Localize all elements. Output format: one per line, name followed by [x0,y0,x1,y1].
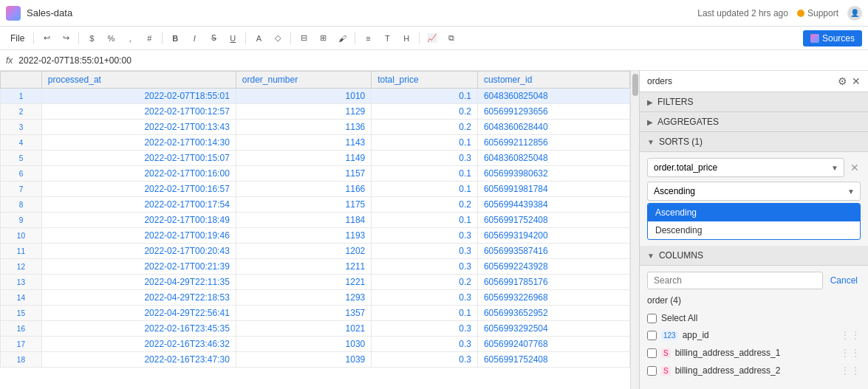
file-menu[interactable]: File [6,32,29,45]
table-cell[interactable]: 1293 [236,290,371,306]
percent-button[interactable]: % [103,30,119,47]
table-cell[interactable]: 0.2 [372,104,478,120]
columns-cancel-button[interactable]: Cancel [827,272,861,289]
table-cell[interactable]: 6048360825048 [477,151,629,166]
table-cell[interactable]: 2022-02-17T00:15:07 [41,151,236,166]
table-cell[interactable]: 6056993194200 [477,228,629,244]
text-size-button[interactable]: T [379,30,395,47]
col-header-customer_id[interactable]: customer_id [477,72,629,89]
table-cell[interactable]: 2022-02-17T00:18:49 [41,213,236,228]
table-cell[interactable]: 1129 [236,104,371,120]
table-cell[interactable]: 2022-02-17T00:17:54 [41,197,236,213]
table-cell[interactable]: 6056993587416 [477,244,629,259]
table-cell[interactable]: 0.3 [372,352,478,368]
table-cell[interactable]: 1211 [236,259,371,275]
comma-button[interactable]: , [122,30,138,47]
table-cell[interactable]: 0.2 [372,120,478,135]
pivot-button[interactable]: ⧉ [443,30,459,47]
table-cell[interactable]: 6056991785176 [477,275,629,290]
undo-button[interactable]: ↩ [38,30,55,47]
heading-button[interactable]: H [398,30,414,47]
col-drag-billing_1[interactable]: ⋮⋮ [840,347,861,359]
columns-search-input[interactable] [647,272,823,289]
italic-button[interactable]: I [186,30,202,47]
sources-button[interactable]: Sources [803,30,862,47]
table-cell[interactable]: 1030 [236,337,371,352]
table-cell[interactable]: 6056992243928 [477,259,629,275]
col-checkbox-billing_2[interactable] [647,366,657,376]
font-color-button[interactable]: A [250,30,267,47]
table-cell[interactable]: 2022-04-29T22:18:53 [41,290,236,306]
table-cell[interactable]: 2022-02-16T23:47:30 [41,352,236,368]
user-avatar[interactable]: 👤 [847,6,862,21]
col-checkbox-billing_1[interactable] [647,348,657,358]
col-drag-app_id[interactable]: ⋮⋮ [840,329,861,341]
table-cell[interactable]: 1184 [236,213,371,228]
table-cell[interactable]: 0.1 [372,135,478,151]
table-cell[interactable]: 2022-02-17T00:21:39 [41,259,236,275]
table-cell[interactable]: 2022-02-07T18:55:01 [41,89,236,104]
table-cell[interactable]: 2022-04-29T22:56:41 [41,306,236,321]
table-cell[interactable]: 1143 [236,135,371,151]
table-cell[interactable]: 6048360825048 [477,89,629,104]
table-cell[interactable]: 0.1 [372,166,478,182]
table-cell[interactable]: 0.1 [372,182,478,197]
chart-button[interactable]: 📈 [424,30,440,47]
col-header-processed_at[interactable]: processed_at [41,72,236,89]
col-header-order_number[interactable]: order_number [236,72,371,89]
table-cell[interactable]: 2022-02-17T00:16:57 [41,182,236,197]
dropdown-ascending[interactable]: Ascending [648,204,860,221]
columns-section-header[interactable]: ▼ COLUMNS [640,246,868,266]
sort-field-select[interactable]: order.total_price [647,158,844,177]
table-cell[interactable]: 1039 [236,352,371,368]
support-button[interactable]: Support [797,8,838,18]
no-border-button[interactable]: ⊟ [295,30,312,47]
table-cell[interactable]: 6056993980632 [477,166,629,182]
sort-delete-button[interactable]: ✕ [849,162,861,173]
table-cell[interactable]: 2022-02-16T23:46:32 [41,337,236,352]
direction-select[interactable]: Ascending Descending [647,182,861,201]
table-cell[interactable]: 0.3 [372,259,478,275]
table-cell[interactable]: 1221 [236,275,371,290]
table-cell[interactable]: 2022-02-17T00:13:43 [41,120,236,135]
table-cell[interactable]: 1202 [236,244,371,259]
borders-button[interactable]: ⊞ [315,30,331,47]
table-cell[interactable]: 1357 [236,306,371,321]
col-checkbox-app_id[interactable] [647,331,657,340]
aggregates-section-header[interactable]: ▶ AGGREGATES [640,112,868,132]
underline-button[interactable]: U [225,30,241,47]
table-cell[interactable]: 6056993652952 [477,306,629,321]
fill-color-button[interactable]: ◇ [270,30,286,47]
table-cell[interactable]: 0.1 [372,306,478,321]
redo-button[interactable]: ↪ [58,30,74,47]
table-cell[interactable]: 0.2 [372,197,478,213]
table-cell[interactable]: 2022-02-17T00:20:43 [41,244,236,259]
table-cell[interactable]: 0.1 [372,89,478,104]
table-cell[interactable]: 2022-02-16T23:45:35 [41,321,236,337]
table-cell[interactable]: 6056991981784 [477,182,629,197]
table-cell[interactable]: 6056991293656 [477,104,629,120]
strikethrough-button[interactable]: S̶ [205,30,222,47]
table-scroll[interactable]: processed_at order_number total_price cu… [0,71,630,389]
table-cell[interactable]: 2022-02-17T00:12:57 [41,104,236,120]
table-cell[interactable]: 0.3 [372,321,478,337]
table-cell[interactable]: 1166 [236,182,371,197]
table-cell[interactable]: 6056992112856 [477,135,629,151]
table-cell[interactable]: 6056993292504 [477,321,629,337]
table-cell[interactable]: 1021 [236,321,371,337]
table-cell[interactable]: 2022-02-17T00:14:30 [41,135,236,151]
sorts-section-header[interactable]: ▼ SORTS (1) [640,132,868,152]
dollar-button[interactable]: $ [83,30,100,47]
table-cell[interactable]: 6056993226968 [477,290,629,306]
table-cell[interactable]: 0.3 [372,151,478,166]
table-cell[interactable]: 1157 [236,166,371,182]
table-cell[interactable]: 2022-02-17T00:19:46 [41,228,236,244]
table-cell[interactable]: 2022-04-29T22:11:35 [41,275,236,290]
table-cell[interactable]: 2022-02-17T00:16:00 [41,166,236,182]
scroll-track[interactable] [630,71,639,389]
col-drag-billing_2[interactable]: ⋮⋮ [840,365,861,376]
col-header-total_price[interactable]: total_price [372,72,478,89]
table-cell[interactable]: 0.3 [372,228,478,244]
bold-button[interactable]: B [167,30,183,47]
table-cell[interactable]: 6056991752408 [477,352,629,368]
